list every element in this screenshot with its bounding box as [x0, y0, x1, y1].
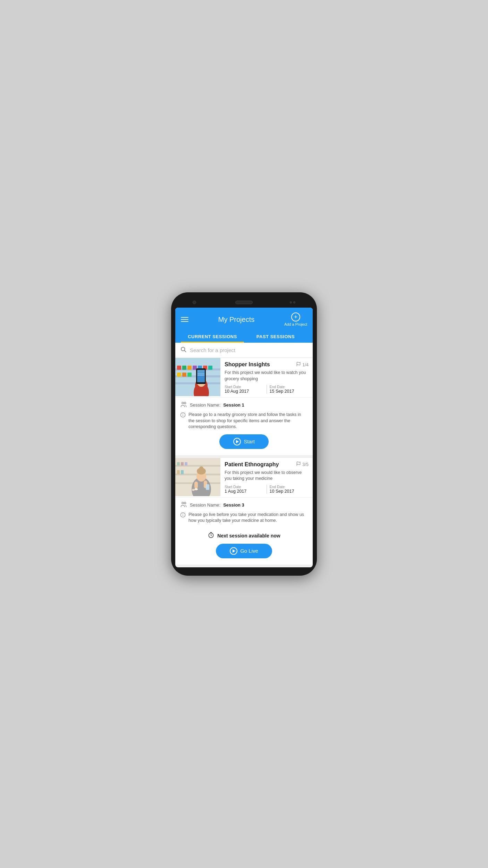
- project-badge-patient: 3/5: [296, 461, 309, 467]
- add-project-circle-icon: +: [291, 312, 300, 322]
- info-icon-patient: [180, 512, 186, 520]
- project-image-row: Shopper Insights 1/4 For this project: [175, 358, 313, 397]
- golive-button-label: Go Live: [240, 548, 258, 554]
- svg-rect-15: [187, 373, 192, 377]
- end-date-label-patient: End Date: [270, 485, 309, 489]
- start-date-col-patient: Start Date 1 Aug 2017: [225, 485, 264, 494]
- svg-line-1: [184, 351, 186, 352]
- start-date-label-patient: Start Date: [225, 485, 264, 489]
- date-divider-patient: [267, 485, 267, 494]
- svg-point-47: [194, 488, 198, 490]
- end-date-col-patient: End Date 10 Sep 2017: [270, 485, 309, 494]
- session-name-label-shopper: Session Name:: [190, 402, 220, 408]
- session-desc-text-shopper: Please go to a nearby grocery store and …: [188, 412, 308, 430]
- session-name-row-shopper: Session Name: Session 1: [180, 401, 308, 409]
- session-info-shopper: Session Name: Session 1 Please go to a n…: [175, 397, 313, 455]
- session-action-patient: Go Live: [180, 544, 308, 563]
- session-action-shopper: Start: [180, 434, 308, 454]
- end-date-label: End Date: [270, 385, 309, 389]
- phone-device: My Projects + Add a Project CURRENT SESS…: [171, 292, 317, 576]
- session-info-patient: Session Name: Session 3 Please go live b…: [175, 497, 313, 565]
- project-dates-shopper: Start Date 10 Aug 2017 End Date 15 Sep 2…: [225, 385, 309, 394]
- svg-rect-7: [182, 366, 186, 370]
- svg-rect-6: [177, 366, 181, 370]
- tab-current-sessions[interactable]: CURRENT SESSIONS: [181, 331, 244, 343]
- svg-rect-21: [197, 370, 204, 373]
- session-name-row-patient: Session Name: Session 3: [180, 501, 308, 509]
- search-input-placeholder[interactable]: Search for a project: [190, 347, 308, 353]
- start-date-value-patient: 1 Aug 2017: [225, 489, 264, 494]
- project-desc-shopper: For this project we would like to watch …: [225, 370, 309, 382]
- phone-dots: [290, 301, 295, 303]
- info-icon-shopper: [180, 412, 186, 420]
- people-icon-patient: [180, 501, 187, 509]
- project-badge-count-shopper: 1/4: [302, 362, 309, 367]
- project-dates-patient: Start Date 1 Aug 2017 End Date 10 Sep 20…: [225, 485, 309, 494]
- project-title-row: Shopper Insights 1/4: [225, 361, 309, 368]
- play-circle-icon: [233, 438, 241, 445]
- project-desc-patient: For this project we would like to observ…: [225, 470, 309, 482]
- date-divider: [267, 385, 267, 394]
- start-date-label: Start Date: [225, 385, 264, 389]
- session-desc-row-patient: Please go live before you take your medi…: [180, 512, 308, 524]
- svg-rect-23: [197, 375, 204, 376]
- add-project-button[interactable]: + Add a Project: [284, 312, 307, 326]
- session-name-label-patient: Session Name:: [190, 502, 220, 508]
- svg-rect-14: [182, 373, 186, 377]
- play-triangle-icon-patient: [233, 549, 235, 553]
- svg-rect-38: [181, 470, 184, 474]
- svg-rect-37: [177, 470, 180, 474]
- hamburger-line: [181, 321, 188, 322]
- page-title: My Projects: [218, 316, 254, 324]
- start-button-label: Start: [244, 439, 255, 444]
- people-icon-shopper: [180, 401, 187, 409]
- project-image-patient: [175, 458, 220, 496]
- project-image-shopper: [175, 358, 220, 396]
- play-triangle-icon: [236, 440, 239, 443]
- svg-rect-34: [177, 462, 180, 466]
- session-desc-text-patient: Please go live before you take your medi…: [188, 512, 308, 524]
- session-desc-row-shopper: Please go to a nearby grocery store and …: [180, 412, 308, 430]
- start-date-col: Start Date 10 Aug 2017: [225, 385, 264, 394]
- svg-rect-12: [208, 366, 212, 370]
- phone-screen: My Projects + Add a Project CURRENT SESS…: [175, 308, 313, 567]
- svg-rect-36: [185, 462, 187, 466]
- end-date-col: End Date 15 Sep 2017: [270, 385, 309, 394]
- project-image-row-patient: Patient Ethnography 3/5 For this proj: [175, 458, 313, 497]
- app-header: My Projects + Add a Project CURRENT SESS…: [175, 308, 313, 343]
- svg-point-50: [182, 502, 184, 504]
- phone-dot: [293, 301, 295, 303]
- svg-rect-45: [206, 485, 209, 490]
- hamburger-menu-icon[interactable]: [181, 317, 188, 322]
- add-project-label: Add a Project: [284, 322, 307, 326]
- svg-rect-35: [181, 462, 184, 466]
- start-date-value: 10 Aug 2017: [225, 389, 264, 394]
- phone-dot: [290, 301, 292, 303]
- project-card-patient-ethnography: Patient Ethnography 3/5 For this proj: [175, 458, 313, 565]
- project-info-shopper: Shopper Insights 1/4 For this project: [220, 358, 313, 397]
- end-date-value-patient: 10 Sep 2017: [270, 489, 309, 494]
- end-date-value: 15 Sep 2017: [270, 389, 309, 394]
- svg-point-42: [199, 466, 203, 470]
- tab-past-sessions[interactable]: PAST SESSIONS: [244, 331, 307, 343]
- project-title-row-patient: Patient Ethnography 3/5: [225, 461, 309, 468]
- hamburger-line: [181, 319, 188, 320]
- project-card-shopper-insights: Shopper Insights 1/4 For this project: [175, 358, 313, 455]
- next-session-label: Next session available now: [217, 533, 280, 539]
- project-info-patient: Patient Ethnography 3/5 For this proj: [220, 458, 313, 497]
- golive-button[interactable]: Go Live: [216, 544, 272, 558]
- timer-icon: [208, 532, 214, 540]
- project-badge-count-patient: 3/5: [302, 462, 309, 467]
- search-icon: [180, 346, 186, 354]
- phone-camera: [193, 301, 196, 304]
- svg-point-25: [182, 402, 184, 404]
- search-bar: Search for a project: [175, 343, 313, 358]
- svg-rect-8: [187, 366, 192, 370]
- session-name-value-shopper: Session 1: [223, 402, 244, 408]
- next-session-row: Next session available now: [180, 528, 308, 544]
- project-title-shopper: Shopper Insights: [225, 361, 270, 368]
- flag-icon-shopper: [296, 362, 301, 368]
- tabs-bar: CURRENT SESSIONS PAST SESSIONS: [181, 331, 307, 343]
- start-button[interactable]: Start: [219, 434, 269, 449]
- svg-point-26: [184, 402, 186, 404]
